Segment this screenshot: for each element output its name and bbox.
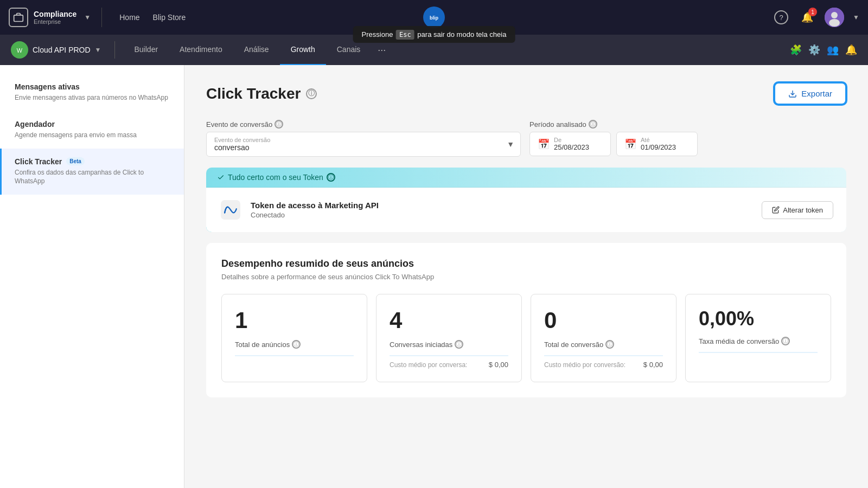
date-to-label: Até bbox=[641, 137, 676, 143]
company-selector[interactable]: Compliance Enterprise ▼ bbox=[9, 8, 102, 27]
export-button[interactable]: Exportar bbox=[774, 82, 846, 105]
conversion-event-select[interactable]: Evento de conversão conversao bbox=[206, 132, 521, 157]
perf-total-conversao-sub: Custo médio por conversão: $ 0,00 bbox=[544, 361, 663, 369]
page-title: Click Tracker ⓘ bbox=[206, 85, 317, 102]
period-group: Período analisado ⓘ 📅 De 25/08/2023 📅 bbox=[529, 120, 698, 156]
user-dropdown-icon[interactable]: ▼ bbox=[853, 14, 859, 21]
notification-badge: 1 bbox=[808, 8, 817, 16]
sidebar-item-click-tracker[interactable]: Click Tracker Beta Confira os dados das … bbox=[0, 149, 184, 195]
sidebar-agendador-label: Agendador bbox=[15, 120, 55, 129]
token-info: Token de acesso à Marketing API Conectad… bbox=[219, 198, 379, 221]
performance-title: Desempenho resumido de seus anúncios bbox=[221, 258, 831, 269]
perf-card-total-conversao: 0 Total de conversão ⓘ Custo médio por c… bbox=[531, 294, 676, 382]
select-value: conversao bbox=[214, 143, 499, 152]
perf-card-conversas: 4 Conversas iniciadas ⓘ Custo médio por … bbox=[376, 294, 522, 382]
svg-text:W: W bbox=[17, 47, 23, 54]
notifications-button[interactable]: 🔔 1 bbox=[799, 9, 816, 26]
performance-cards: 1 Total de anúncios ⓘ 4 Conversas inicia… bbox=[221, 294, 831, 382]
perf-total-anuncios-number: 1 bbox=[235, 307, 354, 333]
notification-icon[interactable]: 🔔 bbox=[845, 44, 857, 56]
perf-total-conversao-sub-value: $ 0,00 bbox=[643, 361, 663, 369]
people-icon[interactable]: 👥 bbox=[827, 44, 839, 56]
sidebar-item-agendador[interactable]: Agendador Agende mensagens para envio em… bbox=[0, 111, 184, 149]
token-title: Token de acesso à Marketing API bbox=[251, 201, 379, 210]
sidebar-mensagens-ativas-desc: Envie mensagens ativas para números no W… bbox=[15, 93, 171, 102]
svg-point-5 bbox=[829, 19, 840, 27]
perf-total-anuncios-label: Total de anúncios ⓘ bbox=[235, 340, 354, 356]
conversion-event-info-icon[interactable]: ⓘ bbox=[275, 120, 283, 129]
perf-conversas-sub-label: Custo médio por conversa: bbox=[390, 361, 467, 369]
page-header: Click Tracker ⓘ Exportar bbox=[206, 82, 846, 105]
checkmark-icon bbox=[217, 174, 225, 181]
sidebar-mensagens-ativas-label: Mensagens ativas bbox=[15, 82, 80, 91]
bot-dropdown-icon: ▼ bbox=[95, 46, 101, 54]
date-to-picker[interactable]: 📅 Até 01/09/2023 bbox=[616, 132, 698, 156]
perf-total-conversao-sub-label: Custo médio por conversão: bbox=[544, 361, 626, 369]
bot-avatar: W bbox=[11, 41, 28, 59]
download-icon bbox=[788, 89, 797, 98]
sidebar: Mensagens ativas Envie mensagens ativas … bbox=[0, 65, 184, 488]
perf-conversas-sub-value: $ 0,00 bbox=[489, 361, 508, 369]
taxa-conversao-info-icon[interactable]: ⓘ bbox=[781, 337, 790, 345]
company-name: Compliance bbox=[34, 10, 76, 18]
main-layout: Mensagens ativas Envie mensagens ativas … bbox=[0, 65, 868, 488]
svg-rect-0 bbox=[14, 15, 23, 22]
nav-blip-store[interactable]: Blip Store bbox=[153, 13, 186, 22]
perf-conversas-label: Conversas iniciadas ⓘ bbox=[390, 340, 508, 356]
settings-icon[interactable]: ⚙️ bbox=[808, 44, 820, 56]
conversion-event-select-wrapper: Evento de conversão conversao ▼ bbox=[206, 132, 521, 157]
beta-badge: Beta bbox=[66, 157, 85, 165]
performance-section: Desempenho resumido de seus anúncios Det… bbox=[206, 243, 846, 397]
date-to-value: 01/09/2023 bbox=[641, 143, 676, 151]
nav-analise[interactable]: Análise bbox=[233, 35, 280, 65]
bot-info[interactable]: W Cloud API PROD ▼ bbox=[11, 41, 115, 59]
perf-taxa-conversao-label: Taxa média de conversão ⓘ bbox=[699, 337, 818, 353]
period-info-icon[interactable]: ⓘ bbox=[589, 120, 597, 129]
date-from-picker[interactable]: 📅 De 25/08/2023 bbox=[529, 132, 611, 156]
nav-home[interactable]: Home bbox=[119, 13, 139, 22]
nav-atendimento[interactable]: Atendimento bbox=[169, 35, 233, 65]
calendar-to-icon: 📅 bbox=[624, 138, 636, 150]
perf-taxa-conversao-number: 0,00% bbox=[699, 307, 818, 330]
total-anuncios-info-icon[interactable]: ⓘ bbox=[292, 340, 301, 349]
nav-builder[interactable]: Builder bbox=[124, 35, 169, 65]
puzzle-icon[interactable]: 🧩 bbox=[790, 44, 802, 56]
conversas-info-icon[interactable]: ⓘ bbox=[455, 340, 463, 349]
period-label: Período analisado ⓘ bbox=[529, 120, 698, 129]
content-area: Click Tracker ⓘ Exportar Evento de conve… bbox=[184, 65, 868, 488]
date-from-label: De bbox=[554, 137, 589, 143]
select-sublabel: Evento de conversão bbox=[214, 137, 499, 143]
esc-key: Esc bbox=[396, 30, 414, 40]
fullscreen-tooltip: Evento de conversão Pressione Esc para s… bbox=[353, 26, 515, 43]
bot-name: Cloud API PROD bbox=[33, 46, 91, 54]
nav-right-icons: 🧩 ⚙️ 👥 🔔 bbox=[790, 44, 857, 56]
company-type: Enterprise bbox=[34, 18, 76, 25]
help-button[interactable]: ? bbox=[773, 9, 790, 26]
sidebar-item-mensagens-ativas[interactable]: Mensagens ativas Envie mensagens ativas … bbox=[0, 74, 184, 111]
svg-point-4 bbox=[831, 12, 838, 18]
sidebar-click-tracker-label: Click Tracker bbox=[15, 157, 62, 166]
token-info-icon[interactable]: ⓘ bbox=[327, 173, 335, 182]
conversion-event-label: Evento de conversão ⓘ bbox=[206, 120, 521, 129]
perf-total-conversao-label: Total de conversão ⓘ bbox=[544, 340, 663, 356]
perf-card-total-anuncios: 1 Total de anúncios ⓘ bbox=[221, 294, 367, 382]
perf-conversas-number: 4 bbox=[390, 307, 508, 333]
blip-logo-circle: blip bbox=[423, 7, 445, 28]
svg-text:blip: blip bbox=[430, 15, 439, 21]
alter-token-button[interactable]: Alterar token bbox=[762, 201, 833, 219]
token-banner: Tudo certo com o seu Token ⓘ Token de bbox=[206, 168, 846, 232]
token-banner-header: Tudo certo com o seu Token ⓘ bbox=[206, 168, 846, 188]
date-from-value: 25/08/2023 bbox=[554, 143, 589, 151]
company-icon bbox=[9, 8, 28, 27]
sidebar-click-tracker-desc: Confira os dados das campanhas de Click … bbox=[15, 168, 171, 187]
avatar[interactable] bbox=[825, 8, 844, 27]
page-title-info-icon[interactable]: ⓘ bbox=[306, 88, 317, 99]
company-dropdown-icon: ▼ bbox=[84, 14, 91, 21]
perf-card-taxa-conversao: 0,00% Taxa média de conversão ⓘ bbox=[685, 294, 831, 382]
nav-more[interactable]: ··· bbox=[371, 44, 392, 56]
conversion-event-group: Evento de conversão ⓘ Evento de conversã… bbox=[206, 120, 521, 157]
help-icon: ? bbox=[774, 10, 788, 24]
total-conversao-info-icon[interactable]: ⓘ bbox=[605, 340, 614, 349]
nav-growth[interactable]: Growth bbox=[280, 35, 326, 65]
sidebar-agendador-desc: Agende mensagens para envio em massa bbox=[15, 131, 171, 140]
